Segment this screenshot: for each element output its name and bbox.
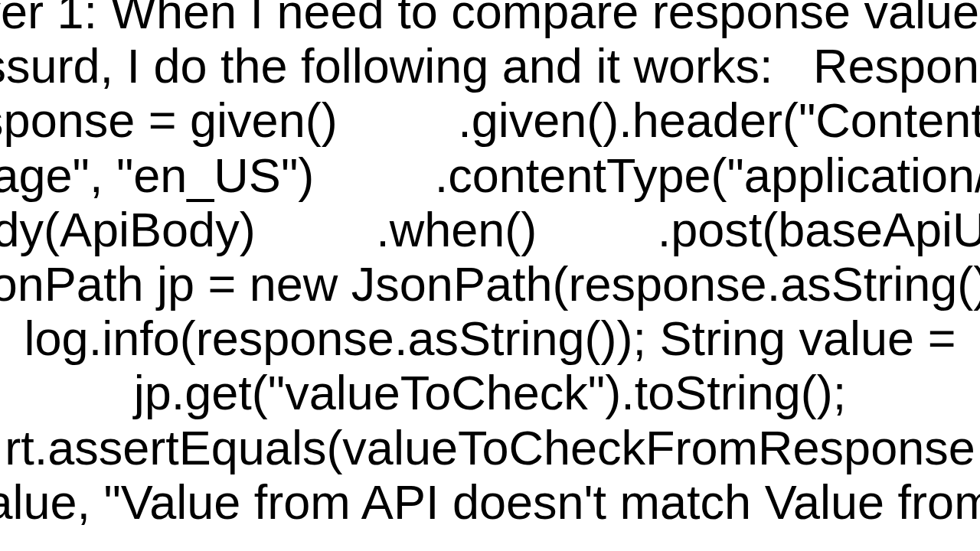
text-line-3: sponse = given() .given().header("Conten…	[0, 93, 980, 147]
text-line-4: age", "en_US") .contentType("application…	[0, 148, 980, 202]
text-line-5: dy(ApiBody) .when() .post(baseApiU	[0, 203, 980, 256]
text-line-10: alue, "Value from API doesn't match Valu…	[0, 475, 980, 529]
text-line-6: onPath jp = new JsonPath(response.asStri…	[0, 257, 980, 311]
document-text: ver 1: When I need to compare response v…	[0, 0, 980, 530]
text-line-7: log.info(response.asString()); String va…	[24, 311, 956, 365]
text-line-9: rt.assertEquals(valueToCheckFromResponse	[5, 421, 975, 474]
text-line-8: jp.get("valueToCheck").toString();	[134, 366, 847, 419]
text-line-2: Assurd, I do the following and it works:…	[0, 39, 980, 93]
text-line-1: ver 1: When I need to compare response v…	[0, 0, 980, 38]
